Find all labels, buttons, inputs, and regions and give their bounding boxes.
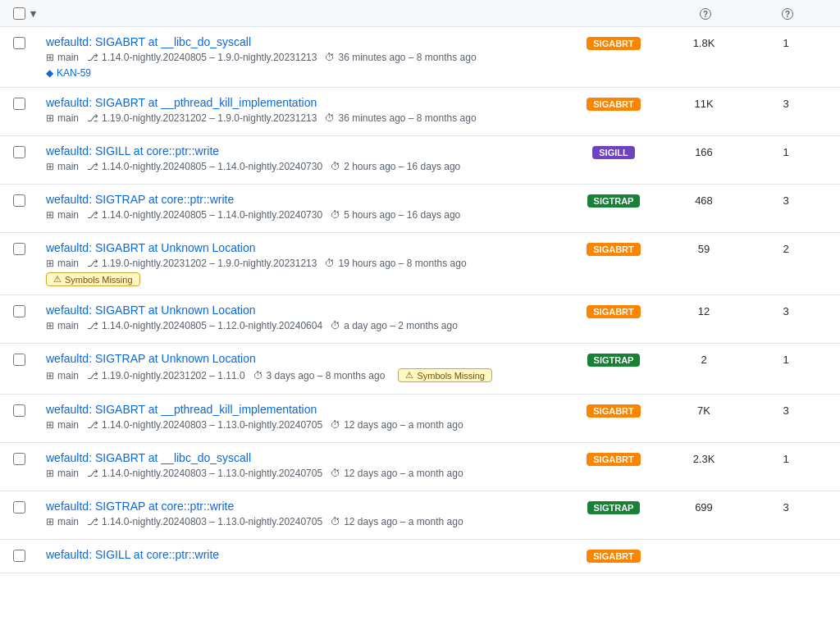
issue-content: wefaultd: SIGABRT at Unknown Location ⊞ … bbox=[46, 241, 564, 286]
symbols-missing-inline-badge: ⚠ Symbols Missing bbox=[398, 368, 492, 382]
time-meta: ⏱ 2 hours ago – 16 days ago bbox=[331, 161, 460, 172]
issue-title[interactable]: wefaultd: SIGILL at core::ptr::write bbox=[46, 548, 564, 561]
reason-cell: SIGILL bbox=[564, 144, 663, 159]
table-row[interactable]: wefaultd: SIGABRT at __pthread_kill_impl… bbox=[0, 88, 840, 136]
issue-title[interactable]: wefaultd: SIGTRAP at core::ptr::write bbox=[46, 193, 564, 206]
version-icon: ⎇ bbox=[87, 209, 98, 221]
issue-title[interactable]: wefaultd: SIGABRT at __pthread_kill_impl… bbox=[46, 96, 564, 109]
version-icon: ⎇ bbox=[87, 468, 98, 479]
reason-badge: SIGABRT bbox=[587, 243, 641, 256]
row-checkbox[interactable] bbox=[13, 550, 25, 562]
row-checkbox[interactable] bbox=[13, 453, 25, 465]
branch-icon: ⊞ bbox=[46, 112, 54, 124]
table-row[interactable]: wefaultd: SIGABRT at Unknown Location ⊞ … bbox=[0, 295, 840, 344]
version-meta: ⎇ 1.14.0-nightly.20240805 – 1.14.0-night… bbox=[87, 209, 322, 221]
time-meta: ⏱ 5 hours ago – 16 days ago bbox=[331, 209, 460, 221]
row-checkbox[interactable] bbox=[13, 305, 25, 317]
warning-icon-inline: ⚠ bbox=[405, 370, 413, 381]
issue-title[interactable]: wefaultd: SIGABRT at Unknown Location bbox=[46, 304, 564, 317]
row-checkbox[interactable] bbox=[13, 354, 25, 366]
table-row[interactable]: wefaultd: SIGTRAP at core::ptr::write ⊞ … bbox=[0, 491, 840, 540]
issue-content: wefaultd: SIGABRT at __libc_do_syscall ⊞… bbox=[46, 451, 564, 482]
row-checkbox[interactable] bbox=[13, 194, 25, 207]
issue-title[interactable]: wefaultd: SIGABRT at __libc_do_syscall bbox=[46, 35, 564, 48]
row-checkbox[interactable] bbox=[13, 501, 25, 514]
clock-icon: ⏱ bbox=[331, 320, 340, 331]
issue-title[interactable]: wefaultd: SIGABRT at __pthread_kill_impl… bbox=[46, 403, 564, 416]
row-checkbox[interactable] bbox=[13, 98, 25, 110]
table-row[interactable]: wefaultd: SIGABRT at Unknown Location ⊞ … bbox=[0, 233, 840, 295]
version-range: 1.14.0-nightly.20240803 – 1.13.0-nightly… bbox=[102, 419, 322, 431]
devices-cell bbox=[745, 548, 827, 550]
row-checkbox[interactable] bbox=[13, 404, 25, 417]
reason-badge: SIGTRAP bbox=[587, 501, 641, 514]
traces-cell: 699 bbox=[663, 500, 745, 514]
branch-meta: ⊞ main bbox=[46, 419, 79, 431]
table-row[interactable]: wefaultd: SIGTRAP at core::ptr::write ⊞ … bbox=[0, 185, 840, 233]
issue-content: wefaultd: SIGTRAP at Unknown Location ⊞ … bbox=[46, 352, 564, 386]
col-reason-header bbox=[564, 12, 663, 14]
branch-name: main bbox=[57, 258, 79, 269]
branch-meta: ⊞ main bbox=[46, 209, 79, 221]
reason-badge: SIGTRAP bbox=[587, 354, 641, 367]
table-header: ▾ ? ? bbox=[0, 0, 840, 27]
devices-cell: 3 bbox=[745, 193, 827, 207]
clock-icon: ⏱ bbox=[331, 468, 340, 479]
time-meta: ⏱ 19 hours ago – 8 months ago bbox=[325, 258, 466, 269]
issue-content: wefaultd: SIGABRT at Unknown Location ⊞ … bbox=[46, 304, 564, 335]
traces-cell: 7K bbox=[663, 403, 745, 417]
table-row[interactable]: wefaultd: SIGABRT at __libc_do_syscall ⊞… bbox=[0, 27, 840, 88]
traces-cell: 166 bbox=[663, 144, 745, 158]
time-range: 2 hours ago – 16 days ago bbox=[344, 161, 460, 172]
time-range: 36 minutes ago – 8 months ago bbox=[338, 52, 476, 63]
sort-chevron[interactable]: ▾ bbox=[30, 7, 36, 20]
devices-info-icon[interactable]: ? bbox=[782, 8, 793, 20]
reason-cell: SIGTRAP bbox=[564, 193, 663, 208]
version-icon: ⎇ bbox=[87, 320, 98, 331]
row-checkbox-col bbox=[13, 144, 46, 158]
clock-icon: ⏱ bbox=[331, 419, 340, 431]
version-range: 1.14.0-nightly.20240803 – 1.13.0-nightly… bbox=[102, 516, 322, 527]
reason-badge: SIGILL bbox=[592, 146, 634, 159]
col-traces-header: ? bbox=[663, 7, 745, 20]
header-checkbox-col: ▾ bbox=[13, 7, 46, 20]
devices-cell: 3 bbox=[745, 403, 827, 417]
version-meta: ⎇ 1.14.0-nightly.20240803 – 1.13.0-night… bbox=[87, 516, 322, 527]
issue-title[interactable]: wefaultd: SIGILL at core::ptr::write bbox=[46, 144, 564, 158]
row-checkbox-col bbox=[13, 451, 46, 465]
issue-title[interactable]: wefaultd: SIGTRAP at Unknown Location bbox=[46, 352, 564, 365]
select-all-checkbox[interactable] bbox=[13, 7, 25, 20]
issue-title[interactable]: wefaultd: SIGABRT at Unknown Location bbox=[46, 241, 564, 254]
branch-icon: ⊞ bbox=[46, 320, 54, 331]
reason-cell: SIGABRT bbox=[564, 96, 663, 111]
issue-meta: ⊞ main ⎇ 1.14.0-nightly.20240805 – 1.12.… bbox=[46, 320, 564, 331]
row-checkbox[interactable] bbox=[13, 146, 25, 158]
kan-link[interactable]: ◆ KAN-59 bbox=[46, 67, 91, 79]
clock-icon: ⏱ bbox=[253, 370, 263, 381]
row-checkbox[interactable] bbox=[13, 37, 25, 49]
branch-meta: ⊞ main bbox=[46, 52, 79, 63]
traces-info-icon[interactable]: ? bbox=[700, 8, 711, 20]
reason-badge: SIGABRT bbox=[587, 98, 641, 111]
table-row[interactable]: wefaultd: SIGILL at core::ptr::write SIG… bbox=[0, 540, 840, 573]
issue-title[interactable]: wefaultd: SIGABRT at __libc_do_syscall bbox=[46, 451, 564, 464]
time-range: 12 days ago – a month ago bbox=[344, 419, 463, 431]
branch-name: main bbox=[57, 370, 79, 381]
row-checkbox[interactable] bbox=[13, 243, 25, 255]
table-row[interactable]: wefaultd: SIGTRAP at Unknown Location ⊞ … bbox=[0, 344, 840, 395]
issue-title[interactable]: wefaultd: SIGTRAP at core::ptr::write bbox=[46, 500, 564, 513]
devices-cell: 1 bbox=[745, 451, 827, 465]
branch-name: main bbox=[57, 209, 79, 221]
branch-meta: ⊞ main bbox=[46, 258, 79, 269]
table-row[interactable]: wefaultd: SIGABRT at __pthread_kill_impl… bbox=[0, 395, 840, 443]
issue-content: wefaultd: SIGTRAP at core::ptr::write ⊞ … bbox=[46, 193, 564, 224]
issue-meta: ⊞ main ⎇ 1.14.0-nightly.20240803 – 1.13.… bbox=[46, 419, 564, 431]
table-row[interactable]: wefaultd: SIGILL at core::ptr::write ⊞ m… bbox=[0, 136, 840, 185]
traces-cell: 2 bbox=[663, 352, 745, 366]
version-meta: ⎇ 1.14.0-nightly.20240805 – 1.12.0-night… bbox=[87, 320, 322, 331]
time-range: 3 days ago – 8 months ago bbox=[267, 370, 386, 381]
branch-icon: ⊞ bbox=[46, 258, 54, 269]
branch-name: main bbox=[57, 112, 79, 124]
table-row[interactable]: wefaultd: SIGABRT at __libc_do_syscall ⊞… bbox=[0, 443, 840, 491]
reason-cell: SIGABRT bbox=[564, 403, 663, 418]
